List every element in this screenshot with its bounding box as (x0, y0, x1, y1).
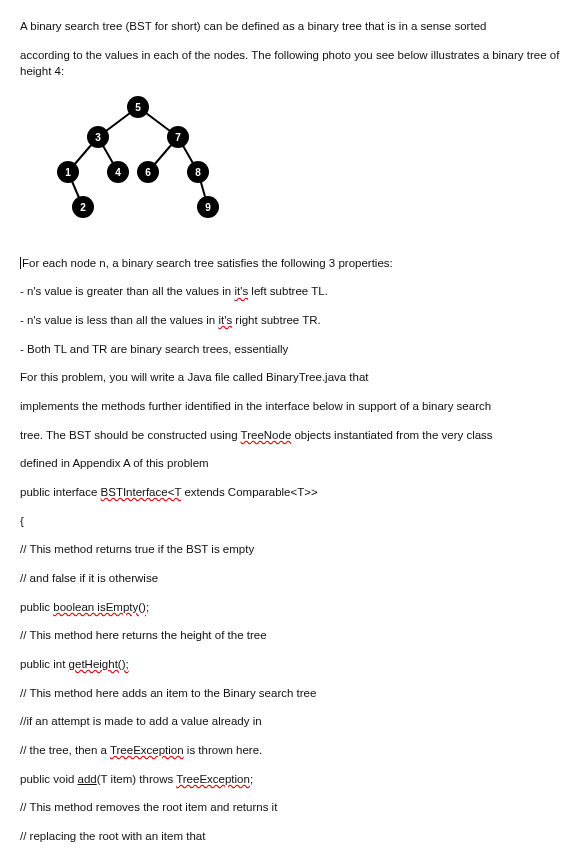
spellerr-bstinterface: BSTInterface<T (101, 486, 182, 498)
property-3: - Both TL and TR are binary search trees… (20, 341, 570, 358)
comment-3: // This method here returns the height o… (20, 627, 570, 644)
tree-node-2: 2 (80, 202, 86, 213)
method-getheight: public int getHeight(); (20, 656, 570, 673)
spellerr-treeexception-2: TreeException; (176, 773, 253, 785)
comment-4: // This method here adds an item to the … (20, 685, 570, 702)
tree-node-6: 6 (145, 167, 151, 178)
comment-5: //if an attempt is made to add a value a… (20, 713, 570, 730)
problem-line-1: For this problem, you will write a Java … (20, 369, 570, 386)
method-isempty: public boolean isEmpty(); (20, 599, 570, 616)
spellerr-its-2: it's (218, 314, 232, 326)
spellerr-treenode: TreeNode (241, 429, 292, 441)
spellerr-treeexception-1: TreeException (110, 744, 184, 756)
binary-tree-diagram: 5 3 7 1 4 6 8 2 9 (38, 92, 570, 237)
comment-8: // replacing the root with an item that (20, 828, 570, 845)
comment-1: // This method returns true if the BST i… (20, 541, 570, 558)
tree-node-4: 4 (115, 167, 121, 178)
problem-line-4: defined in Appendix A of this problem (20, 455, 570, 472)
property-1: - n's value is greater than all the valu… (20, 283, 570, 300)
spellerr-its-1: it's (234, 285, 248, 297)
tree-node-3: 3 (95, 132, 101, 143)
tree-node-8: 8 (195, 167, 201, 178)
tree-node-9: 9 (205, 202, 211, 213)
open-brace: { (20, 513, 570, 530)
comment-6: // the tree, then a TreeException is thr… (20, 742, 570, 759)
spellerr-isempty: boolean isEmpty(); (53, 601, 149, 613)
intro-line-2: according to the values in each of the n… (20, 47, 570, 80)
identifier-add: add (78, 773, 97, 785)
text-cursor (20, 257, 21, 269)
tree-node-1: 1 (65, 167, 71, 178)
method-add: public void add(T item) throws TreeExcep… (20, 771, 570, 788)
properties-lead: For each node n, a binary search tree sa… (20, 255, 570, 272)
property-2: - n's value is less than all the values … (20, 312, 570, 329)
problem-line-2: implements the methods further identifie… (20, 398, 570, 415)
intro-line-1: A binary search tree (BST for short) can… (20, 18, 570, 35)
interface-decl: public interface BSTInterface<T extends … (20, 484, 570, 501)
comment-2: // and false if it is otherwise (20, 570, 570, 587)
spellerr-getheight: getHeight(); (69, 658, 129, 670)
tree-node-5: 5 (135, 102, 141, 113)
comment-7: // This method removes the root item and… (20, 799, 570, 816)
tree-node-7: 7 (175, 132, 181, 143)
problem-line-3: tree. The BST should be constructed usin… (20, 427, 570, 444)
